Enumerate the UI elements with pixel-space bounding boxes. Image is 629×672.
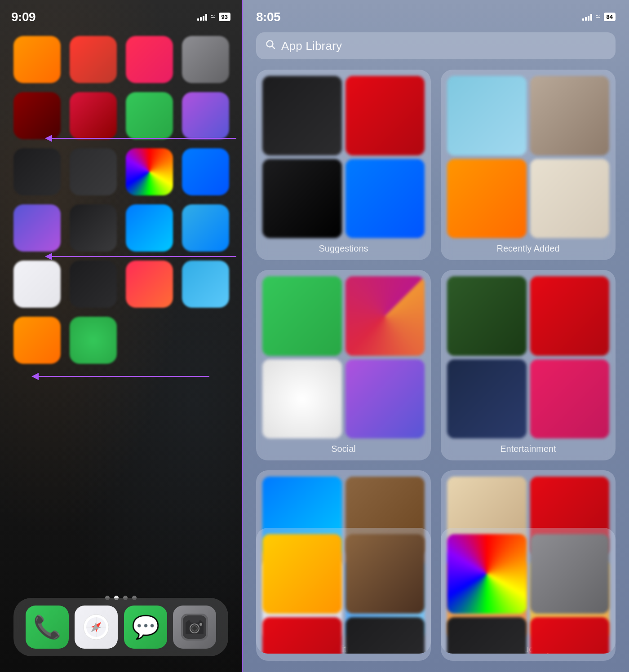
folder-app-icon xyxy=(447,617,527,654)
app-icon[interactable] xyxy=(182,204,229,252)
app-icon[interactable] xyxy=(13,261,61,308)
dock-phone-icon[interactable]: 📞 xyxy=(26,606,69,649)
folder-apps-grid xyxy=(447,534,609,654)
folder-suggestions[interactable]: Suggestions xyxy=(256,70,431,260)
folder-app-icon xyxy=(530,276,610,356)
arrow-annotation-2 xyxy=(45,253,238,260)
app-icon[interactable] xyxy=(182,261,229,308)
svg-point-10 xyxy=(192,626,197,631)
folder-app-icon xyxy=(346,276,425,356)
folder-app-icon xyxy=(346,76,425,155)
app-icon[interactable] xyxy=(70,148,117,195)
folder-app-icon xyxy=(447,359,527,439)
app-icon[interactable] xyxy=(126,261,173,308)
app-icon[interactable] xyxy=(13,317,61,364)
app-icon[interactable] xyxy=(13,204,61,252)
folder-label-suggestions: Suggestions xyxy=(262,243,425,254)
app-icon[interactable] xyxy=(70,204,117,252)
app-icon[interactable] xyxy=(13,36,61,83)
folder-entertainment[interactable]: Entertainment xyxy=(441,270,616,460)
app-icon-empty xyxy=(182,317,229,364)
app-icon[interactable] xyxy=(126,204,173,252)
app-icon[interactable] xyxy=(70,92,117,139)
dock-camera-icon[interactable] xyxy=(173,606,216,649)
app-icon-empty xyxy=(126,317,173,364)
arrow-annotation-3 xyxy=(31,373,211,380)
app-icon[interactable] xyxy=(182,36,229,83)
folder-app-icon xyxy=(447,276,527,356)
svg-line-13 xyxy=(272,46,275,49)
arrow-annotation-1 xyxy=(45,135,238,142)
folder-app-icon xyxy=(346,359,425,439)
folder-social[interactable]: Social xyxy=(256,270,431,460)
folder-label-social: Social xyxy=(262,443,425,454)
dock-messages-icon[interactable]: 💬 xyxy=(124,606,167,649)
left-panel: 9:09 ≈ 93 xyxy=(0,0,243,672)
folder-app-icon xyxy=(346,617,425,654)
dock: 📞 💬 xyxy=(13,598,228,656)
battery-left: 93 xyxy=(219,13,230,21)
signal-icon-right xyxy=(582,13,592,21)
app-icon[interactable] xyxy=(126,148,173,195)
time-right: 8:05 xyxy=(256,10,280,24)
folder-app-icon xyxy=(262,617,342,654)
wifi-icon-left: ≈ xyxy=(211,12,215,22)
app-icon[interactable] xyxy=(182,148,229,195)
app-icon[interactable] xyxy=(126,36,173,83)
folder-app-icon xyxy=(530,359,610,439)
folder-app-icon xyxy=(447,159,527,239)
folder-apps-grid xyxy=(447,76,609,238)
search-placeholder: App Library xyxy=(281,39,342,53)
app-grid xyxy=(9,31,233,368)
arrow-line xyxy=(39,376,209,377)
app-icon[interactable] xyxy=(70,36,117,83)
folder-label-entertainment: Entertainment xyxy=(447,443,609,454)
folder-app-icon xyxy=(346,159,425,239)
folder-app-icon xyxy=(447,76,527,155)
folder-apps-grid xyxy=(447,276,609,438)
svg-point-11 xyxy=(199,623,202,626)
folder-app-icon xyxy=(530,617,610,654)
app-icon[interactable] xyxy=(70,261,117,308)
app-icon[interactable] xyxy=(182,92,229,139)
search-icon xyxy=(265,39,276,53)
folder-partial-left[interactable] xyxy=(256,528,431,654)
folder-app-icon xyxy=(447,534,527,614)
app-library-search-bar[interactable]: App Library xyxy=(256,32,616,59)
arrow-head-icon xyxy=(45,135,52,142)
folder-app-icon xyxy=(262,159,342,239)
right-panel: 8:05 ≈ 84 App Library xyxy=(243,0,629,672)
folder-app-icon xyxy=(262,276,342,356)
folder-app-icon xyxy=(530,76,610,155)
arrow-line xyxy=(52,138,236,139)
arrow-head-icon xyxy=(31,373,39,380)
folder-label-recently-added: Recently Added xyxy=(447,243,609,254)
folder-app-icon xyxy=(346,534,425,614)
arrow-line xyxy=(52,256,236,257)
arrow-head-icon xyxy=(45,253,52,260)
folder-apps-grid xyxy=(262,534,425,654)
app-icon[interactable] xyxy=(126,92,173,139)
time-left: 9:09 xyxy=(11,10,35,24)
status-icons-left: ≈ 93 xyxy=(197,12,230,22)
dock-safari-icon[interactable] xyxy=(75,606,118,649)
wifi-icon-right: ≈ xyxy=(596,12,600,22)
signal-icon-left xyxy=(197,13,207,21)
folder-app-icon xyxy=(530,159,610,239)
folder-apps-grid xyxy=(262,276,425,438)
folder-app-icon xyxy=(262,76,342,155)
folder-app-icon xyxy=(262,359,342,439)
app-icon[interactable] xyxy=(70,317,117,364)
folder-recently-added[interactable]: Recently Added xyxy=(441,70,616,260)
status-icons-right: ≈ 84 xyxy=(582,12,616,22)
folder-app-icon xyxy=(530,534,610,614)
folder-partial-right[interactable] xyxy=(441,528,616,654)
status-bar-right: 8:05 ≈ 84 xyxy=(243,0,629,27)
app-icon[interactable] xyxy=(13,92,61,139)
status-bar-left: 9:09 ≈ 93 xyxy=(0,0,242,27)
partial-folders xyxy=(256,528,616,654)
app-icon[interactable] xyxy=(13,148,61,195)
folder-apps-grid xyxy=(262,76,425,238)
battery-right: 84 xyxy=(604,13,616,21)
folder-app-icon xyxy=(262,534,342,614)
